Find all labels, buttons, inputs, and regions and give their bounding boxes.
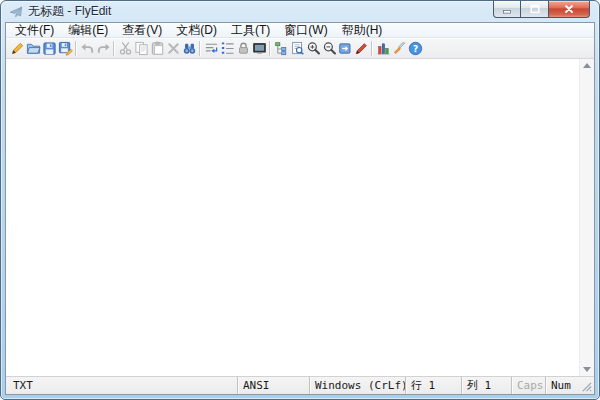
minimize-icon (501, 3, 513, 15)
open-folder-icon (26, 41, 41, 56)
maximize-icon (529, 3, 541, 15)
scroll-down-button[interactable] (583, 367, 591, 372)
undo-icon (80, 41, 95, 56)
menu-view[interactable]: 查看(V) (115, 23, 169, 37)
highlighter-button[interactable] (353, 39, 369, 58)
menu-tools[interactable]: 工具(T) (224, 23, 277, 37)
options-tools-icon (392, 41, 407, 56)
maximize-button[interactable] (521, 1, 548, 18)
flyedit-window: 无标题 - FlyEdit 文件(F) 编辑(E) 查看(V) 文档(D) 工具… (0, 0, 600, 400)
find-button[interactable] (181, 39, 197, 58)
status-encoding: ANSI (237, 377, 309, 394)
toolbar-separator (267, 41, 273, 56)
preview-button[interactable] (289, 39, 305, 58)
toolbar-separator (369, 41, 375, 56)
outline-tree-icon (274, 41, 289, 56)
window-title: 无标题 - FlyEdit (28, 3, 111, 20)
help-icon: ? (408, 41, 423, 56)
outline-button[interactable] (273, 39, 289, 58)
redo-button[interactable] (95, 39, 111, 58)
help-button[interactable]: ? (407, 39, 423, 58)
app-icon (9, 5, 23, 19)
read-only-lock-icon (236, 41, 251, 56)
caption-buttons (493, 1, 590, 18)
undo-button[interactable] (79, 39, 95, 58)
arrow-up-icon (583, 63, 591, 68)
status-file-type: TXT (6, 377, 237, 394)
toolbar-separator (197, 41, 203, 56)
editor-area (6, 59, 594, 376)
menu-file[interactable]: 文件(F) (8, 23, 61, 37)
save-button[interactable] (41, 39, 57, 58)
zoom-in-button[interactable] (305, 39, 321, 58)
copy-button[interactable] (133, 39, 149, 58)
toolbar-separator (111, 41, 117, 56)
zoom-out-icon (322, 41, 337, 56)
arrow-down-icon (583, 367, 591, 372)
fullscreen-button[interactable] (251, 39, 267, 58)
close-icon (563, 3, 575, 15)
paste-button[interactable] (149, 39, 165, 58)
save-as-icon (58, 41, 73, 56)
statistics-chart-icon (376, 41, 391, 56)
redo-icon (96, 41, 111, 56)
actual-size-icon (338, 41, 353, 56)
highlighter-pen-icon (354, 41, 369, 56)
status-line-ending: Windows (CrLf) (309, 377, 405, 394)
text-area[interactable] (6, 59, 579, 376)
menu-edit[interactable]: 编辑(E) (61, 23, 115, 37)
scroll-up-button[interactable] (583, 63, 591, 68)
menu-window[interactable]: 窗口(W) (277, 23, 334, 37)
paste-icon (150, 41, 165, 56)
svg-text:?: ? (412, 43, 417, 53)
menubar: 文件(F) 编辑(E) 查看(V) 文档(D) 工具(T) 窗口(W) 帮助(H… (6, 23, 594, 38)
close-button[interactable] (548, 1, 590, 18)
fullscreen-monitor-icon (252, 41, 267, 56)
status-caps-lock: Caps (511, 377, 545, 394)
status-column-number: 列 1 (461, 377, 511, 394)
statistics-button[interactable] (375, 39, 391, 58)
read-only-button[interactable] (235, 39, 251, 58)
client-area: 文件(F) 编辑(E) 查看(V) 文档(D) 工具(T) 窗口(W) 帮助(H… (5, 22, 595, 395)
toolbar: ? (6, 38, 594, 59)
resize-grip[interactable] (579, 377, 594, 394)
status-num-lock: Num (545, 377, 579, 394)
cut-icon (118, 41, 133, 56)
statusbar: TXT ANSI Windows (CrLf) 行 1 列 1 Caps Num (6, 376, 594, 394)
word-wrap-icon (204, 41, 219, 56)
new-button[interactable] (9, 39, 25, 58)
actual-size-button[interactable] (337, 39, 353, 58)
zoom-out-button[interactable] (321, 39, 337, 58)
toolbar-separator (73, 41, 79, 56)
resize-grip-icon (581, 381, 592, 392)
menu-document[interactable]: 文档(D) (169, 23, 224, 37)
status-line-number: 行 1 (405, 377, 461, 394)
open-button[interactable] (25, 39, 41, 58)
new-pencil-icon (10, 41, 25, 56)
copy-icon (134, 41, 149, 56)
zoom-in-icon (306, 41, 321, 56)
word-wrap-button[interactable] (203, 39, 219, 58)
menu-help[interactable]: 帮助(H) (335, 23, 390, 37)
minimize-button[interactable] (493, 1, 521, 18)
preview-page-icon (290, 41, 305, 56)
vertical-scrollbar[interactable] (579, 59, 594, 376)
find-binoculars-icon (182, 41, 197, 56)
delete-icon (166, 41, 181, 56)
save-icon (42, 41, 57, 56)
cut-button[interactable] (117, 39, 133, 58)
delete-button[interactable] (165, 39, 181, 58)
save-as-button[interactable] (57, 39, 73, 58)
line-numbers-button[interactable] (219, 39, 235, 58)
line-numbers-icon (220, 41, 235, 56)
options-button[interactable] (391, 39, 407, 58)
